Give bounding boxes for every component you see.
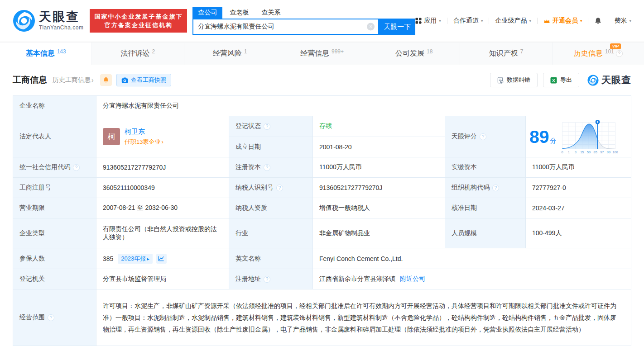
business-scope-text: 许可项目：水泥生产，非煤矿山矿产资源开采（依法须经批准的项目，经相关部门批准后在… xyxy=(103,300,622,335)
legal-rep-label: 法定代表人 xyxy=(13,116,96,157)
divider xyxy=(537,18,538,24)
nav-vip-membership[interactable]: 开通会员 ▾ xyxy=(543,17,582,25)
nav-apps[interactable]: 应用 ▾ xyxy=(415,17,441,25)
nearby-companies-link[interactable]: 附近公司 xyxy=(400,275,425,283)
legal-rep-name-link[interactable]: 柯卫东 xyxy=(125,128,163,136)
svg-text:85: 85 xyxy=(594,150,597,154)
history-business-info-link[interactable]: 历史工商信息 › xyxy=(53,76,94,84)
english-name-label: 英文名称 xyxy=(229,248,313,269)
tab-basic-info[interactable]: 基本信息 143 xyxy=(0,43,92,65)
main-tabbar: 基本信息 143 法律诉讼 2 经营风险 1 经营信息 999+ 公司发展 18… xyxy=(0,42,644,65)
correction-button-label: 数据纠错 xyxy=(507,76,530,84)
help-icon[interactable]: ? xyxy=(264,123,270,130)
table-row: 法定代表人 柯 柯卫东 任职13家企业› 登记状态? 存续 xyxy=(13,116,631,157)
correction-doc-icon xyxy=(497,77,504,84)
export-button-label: 导出 xyxy=(560,76,572,84)
tab-operating-risk[interactable]: 经营风险 1 xyxy=(184,43,276,65)
english-name-value: Fenyi Conch Cement Co.,Ltd. xyxy=(313,248,631,269)
caret-down-icon: ▾ xyxy=(580,19,582,23)
business-snapshot-button[interactable]: 查看工商快照 xyxy=(116,74,171,86)
nav-apps-label: 应用 xyxy=(424,17,437,25)
tab-count: 7 xyxy=(520,48,524,55)
bell-icon xyxy=(103,77,109,83)
search-tab-relation[interactable]: 查关系 xyxy=(256,7,286,19)
export-button[interactable]: X 导出 xyxy=(543,73,579,87)
svg-text:0: 0 xyxy=(562,150,563,154)
search-button[interactable]: 天眼一下 xyxy=(379,19,415,35)
tianyancha-logo[interactable]: 天眼查 TianYanCha.com xyxy=(13,9,83,32)
tab-intellectual-property[interactable]: 知识产权 7 xyxy=(460,43,552,65)
score-distribution-chart: 0 1 3 15 50 85 97 99 100 xyxy=(560,118,618,155)
search-tab-boss[interactable]: 查老板 xyxy=(224,7,254,19)
tab-label: 历史信息 xyxy=(574,49,603,58)
help-icon[interactable]: ? xyxy=(492,185,499,191)
search-area: 查公司 查老板 查关系 × 天眼一下 xyxy=(192,7,415,35)
score-cell[interactable]: 89分 xyxy=(526,116,631,157)
reg-number-value: 360521110000349 xyxy=(96,178,229,198)
help-icon[interactable]: ? xyxy=(480,133,486,140)
business-scope-value: 许可项目：水泥生产，非煤矿山矿产资源开采（依法须经批准的项目，经相关部门批准后在… xyxy=(96,289,631,346)
watermark-text: 天眼查 xyxy=(601,74,631,86)
credit-code-value: 91360521727779270J xyxy=(96,157,229,178)
help-icon[interactable]: ? xyxy=(48,314,54,321)
svg-text:X: X xyxy=(552,78,555,83)
tab-company-development[interactable]: 公司发展 18 xyxy=(368,43,460,65)
tab-label: 法律诉讼 xyxy=(121,49,150,58)
svg-text:97: 97 xyxy=(601,150,604,154)
section-header: 工商信息 历史工商信息 › 查看工商快照 xyxy=(0,65,644,95)
trend-chart-icon[interactable] xyxy=(156,254,167,264)
legal-rep-value: 柯 柯卫东 任职13家企业› xyxy=(96,116,229,157)
notifications-button[interactable] xyxy=(594,17,602,25)
legal-rep-avatar[interactable]: 柯 xyxy=(103,128,120,145)
tab-history-info[interactable]: VIP 历史信息 101 ? xyxy=(553,43,644,65)
taxpayer-id-value: 91360521727779270J xyxy=(313,178,445,198)
nav-user-menu[interactable]: 费米 ▾ xyxy=(614,17,631,25)
divider xyxy=(588,18,588,24)
company-type-label: 企业类型 xyxy=(13,218,96,248)
tab-count: 18 xyxy=(427,48,433,55)
caret-down-icon: ▾ xyxy=(529,19,531,23)
help-icon[interactable]: ? xyxy=(264,276,270,283)
help-icon[interactable]: ? xyxy=(616,50,623,57)
table-row: 统一社会信用代码? 91360521727779270J 注册资本? 11000… xyxy=(13,157,631,178)
username-label: 费米 xyxy=(614,17,627,25)
tab-count: 999+ xyxy=(332,48,344,55)
tab-label: 经营信息 xyxy=(300,49,329,58)
data-correction-button[interactable]: 数据纠错 xyxy=(490,73,538,87)
clear-search-icon[interactable]: × xyxy=(367,23,375,31)
nav-enterprise-products[interactable]: 企业级产品 ▾ xyxy=(495,17,531,25)
logo-domain-text: TianYanCha.com xyxy=(39,24,83,31)
history-link-label: 历史工商信息 xyxy=(53,76,91,84)
svg-text:100: 100 xyxy=(613,150,618,154)
nav-cooperation[interactable]: 合作通道 ▾ xyxy=(453,17,483,25)
tab-operating-info[interactable]: 经营信息 999+ xyxy=(276,43,368,65)
grid-icon xyxy=(415,18,422,24)
help-icon[interactable]: ? xyxy=(73,164,80,171)
annual-report-link[interactable]: 2023年报▸ xyxy=(118,254,152,264)
top-header: 天眼查 TianYanCha.com 国家中小企业发展子基金旗下 官方备案企业征… xyxy=(0,0,644,42)
help-icon[interactable]: ? xyxy=(264,164,270,171)
business-term-value: 2007-08-21 至 2032-06-30 xyxy=(96,198,229,218)
table-row: 参保人数 385 2023年报▸ 英文名称 Fenyi Conch Cement… xyxy=(13,248,631,269)
tianyancha-swirl-icon xyxy=(13,9,35,32)
table-row: 企业名称 分宜海螺水泥有限责任公司 xyxy=(13,96,631,116)
nav-vip-label: 开通会员 xyxy=(553,17,578,25)
company-name-value: 分宜海螺水泥有限责任公司 xyxy=(96,96,631,116)
caret-down-icon: ▾ xyxy=(481,19,483,23)
search-tab-company[interactable]: 查公司 xyxy=(192,7,222,19)
tab-label: 经营风险 xyxy=(213,49,242,58)
table-row: 登记机关 分宜县市场监督管理局 注册地址? 江西省新余市分宜县湖泽镇 附近公司 xyxy=(13,269,631,289)
reg-authority-value: 分宜县市场监督管理局 xyxy=(96,269,229,289)
search-input[interactable] xyxy=(193,19,378,34)
tab-count: 1 xyxy=(244,48,247,55)
legal-rep-positions-link[interactable]: 任职13家企业› xyxy=(125,138,163,146)
insured-count-value: 385 2023年报▸ xyxy=(96,248,229,269)
help-icon[interactable]: ? xyxy=(276,185,283,191)
taxpayer-quality-value: 增值税一般纳税人 xyxy=(313,198,445,218)
page: 天眼查 TianYanCha.com 国家中小企业发展子基金旗下 官方备案企业征… xyxy=(0,0,644,346)
tab-legal-proceedings[interactable]: 法律诉讼 2 xyxy=(92,43,184,65)
industry-value: 非金属矿物制品业 xyxy=(313,218,445,248)
monitor-bell-button[interactable] xyxy=(100,74,112,86)
org-code-label: 组织机构代码? xyxy=(445,178,526,198)
paid-capital-value: 11000万人民币 xyxy=(526,157,631,178)
